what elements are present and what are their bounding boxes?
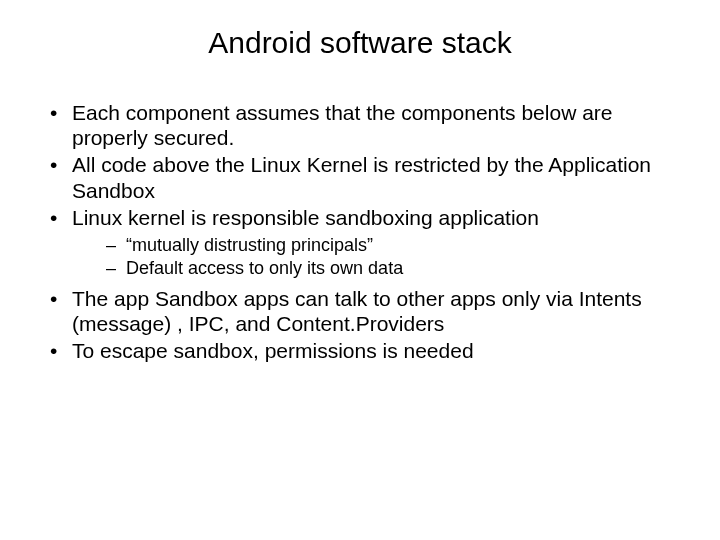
bullet-item: All code above the Linux Kernel is restr…: [42, 152, 678, 202]
sub-bullet-text: Default access to only its own data: [126, 258, 403, 278]
slide-title: Android software stack: [42, 26, 678, 60]
bullet-text: All code above the Linux Kernel is restr…: [72, 153, 651, 201]
bullet-text: Linux kernel is responsible sandboxing a…: [72, 206, 539, 229]
bullet-item: Linux kernel is responsible sandboxing a…: [42, 205, 678, 280]
sub-bullet-item: “mutually distrusting principals”: [72, 234, 678, 257]
bullet-text: The app Sandbox apps can talk to other a…: [72, 287, 642, 335]
bullet-item: Each component assumes that the componen…: [42, 100, 678, 150]
bullet-list: Each component assumes that the componen…: [42, 100, 678, 364]
slide: Android software stack Each component as…: [0, 0, 720, 540]
sub-bullet-text: “mutually distrusting principals”: [126, 235, 373, 255]
sub-bullet-item: Default access to only its own data: [72, 257, 678, 280]
bullet-text: To escape sandbox, permissions is needed: [72, 339, 474, 362]
bullet-item: To escape sandbox, permissions is needed: [42, 338, 678, 363]
bullet-text: Each component assumes that the componen…: [72, 101, 612, 149]
sub-bullet-list: “mutually distrusting principals” Defaul…: [72, 234, 678, 280]
bullet-item: The app Sandbox apps can talk to other a…: [42, 286, 678, 336]
